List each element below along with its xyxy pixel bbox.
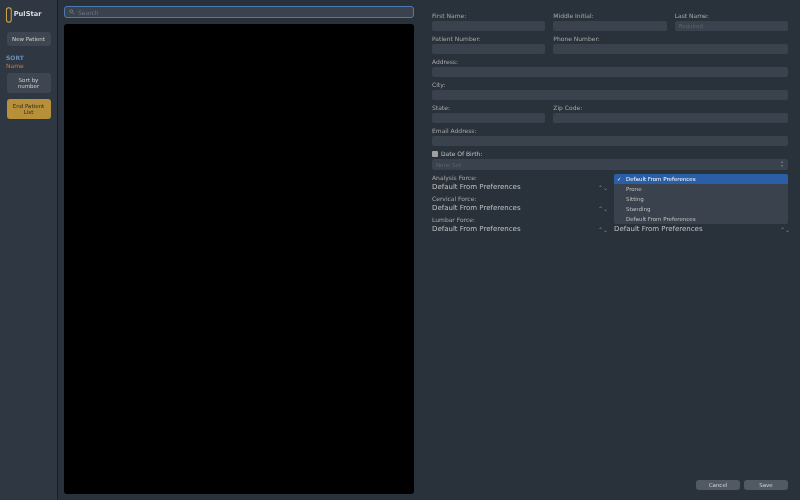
position-option[interactable]: Default From Preferences [614, 214, 788, 224]
chevron-down-icon[interactable]: ▾ [778, 164, 786, 168]
email-field: Email Address: [432, 127, 788, 146]
lumbar-force-label: Lumbar Force: [432, 216, 606, 223]
chevron-updown-icon: ⌃⌄ [598, 184, 606, 191]
patient-list-panel [58, 0, 416, 500]
last-name-label: Last Name: [675, 12, 788, 19]
state-label: State: [432, 104, 545, 111]
position-field: Position: Default From Preferences Prone… [614, 174, 788, 191]
svg-text:PulStar: PulStar [13, 10, 42, 18]
patient-list-area [64, 24, 414, 494]
middle-initial-field: Middle Initial: [553, 12, 666, 31]
dob-input[interactable]: None Set ▴ ▾ [432, 159, 788, 170]
city-field: City: [432, 81, 788, 100]
phone-number-label: Phone Number: [553, 35, 788, 42]
search-input[interactable] [64, 6, 414, 18]
address-input[interactable] [432, 67, 788, 77]
address-field: Address: [432, 58, 788, 77]
patient-number-input[interactable] [432, 44, 545, 54]
sort-by-number-button[interactable]: Sort by number [7, 73, 51, 93]
end-patient-list-button[interactable]: End Patient List [7, 99, 51, 119]
patient-number-field: Patient Number: [432, 35, 545, 54]
first-name-label: First Name: [432, 12, 545, 19]
analysis-force-select[interactable]: Default From Preferences ⌃⌄ [432, 183, 606, 191]
secondary-select[interactable]: Default From Preferences ⌃⌄ [614, 225, 788, 233]
save-button[interactable]: Save [744, 480, 788, 490]
lumbar-force-field: Lumbar Force: Default From Preferences ⌃… [432, 216, 606, 233]
middle-initial-label: Middle Initial: [553, 12, 666, 19]
svg-line-2 [73, 13, 75, 15]
first-name-field: First Name: [432, 12, 545, 31]
zip-code-label: Zip Code: [553, 104, 788, 111]
state-input[interactable] [432, 113, 545, 123]
chevron-updown-icon: ⌃⌄ [598, 205, 606, 212]
analysis-force-field: Analysis Force: Default From Preferences… [432, 174, 606, 191]
patient-form: First Name: Middle Initial: Last Name: P… [416, 0, 800, 500]
lumbar-force-select[interactable]: Default From Preferences ⌃⌄ [432, 225, 606, 233]
email-input[interactable] [432, 136, 788, 146]
position-option[interactable]: Standing [614, 204, 788, 214]
phone-number-input[interactable] [553, 44, 788, 54]
sort-current[interactable]: Name [6, 62, 51, 69]
zip-code-field: Zip Code: [553, 104, 788, 123]
email-label: Email Address: [432, 127, 788, 134]
cervical-force-select[interactable]: Default From Preferences ⌃⌄ [432, 204, 606, 212]
address-label: Address: [432, 58, 788, 65]
new-patient-button[interactable]: New Patient [7, 32, 51, 46]
position-option[interactable]: Prone [614, 184, 788, 194]
chevron-updown-icon: ⌃⌄ [780, 226, 788, 233]
position-dropdown[interactable]: Default From Preferences Prone Sitting S… [614, 174, 788, 224]
sidebar: PulStar New Patient SORT Name Sort by nu… [0, 0, 58, 500]
cancel-button[interactable]: Cancel [696, 480, 740, 490]
search-icon [69, 9, 75, 15]
position-option[interactable]: Default From Preferences [614, 174, 788, 184]
dob-stepper[interactable]: ▴ ▾ [778, 160, 786, 169]
cervical-force-field: Cervical Force: Default From Preferences… [432, 195, 606, 212]
first-name-input[interactable] [432, 21, 545, 31]
svg-point-1 [70, 10, 73, 13]
city-input[interactable] [432, 90, 788, 100]
dob-field: Date Of Birth: None Set ▴ ▾ [432, 150, 788, 170]
last-name-field: Last Name: [675, 12, 788, 31]
chevron-updown-icon: ⌃⌄ [598, 226, 606, 233]
phone-number-field: Phone Number: [553, 35, 788, 54]
patient-number-label: Patient Number: [432, 35, 545, 42]
calendar-icon [432, 151, 438, 157]
middle-initial-input[interactable] [553, 21, 666, 31]
form-actions: Cancel Save [696, 480, 788, 490]
zip-code-input[interactable] [553, 113, 788, 123]
city-label: City: [432, 81, 788, 88]
analysis-force-label: Analysis Force: [432, 174, 606, 181]
cervical-force-label: Cervical Force: [432, 195, 606, 202]
state-field: State: [432, 104, 545, 123]
sort-heading: SORT [6, 54, 51, 61]
dob-label: Date Of Birth: [441, 150, 482, 157]
brand-logo: PulStar [5, 6, 53, 24]
position-option[interactable]: Sitting [614, 194, 788, 204]
last-name-input[interactable] [675, 21, 788, 31]
